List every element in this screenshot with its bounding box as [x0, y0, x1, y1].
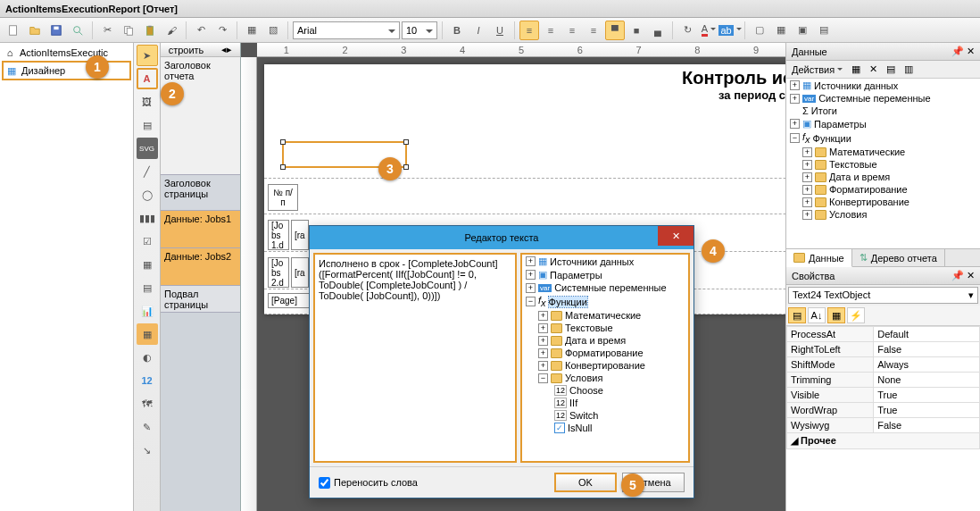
action-icon[interactable]: ▦ — [851, 63, 860, 75]
expand-icon[interactable]: + — [790, 80, 800, 90]
explorer-root[interactable]: ⌂ ActionItemsExecutic — [2, 45, 131, 61]
events-icon[interactable]: ⚡ — [847, 307, 865, 323]
number-tool-icon[interactable]: 12 — [137, 370, 158, 391]
report-title-text[interactable]: Контроль исполнения — [268, 68, 785, 88]
cut-icon[interactable]: ✂ — [97, 21, 117, 40]
checkbox-tool-icon[interactable]: ☑ — [137, 230, 158, 252]
collapse-icon[interactable]: − — [790, 133, 800, 143]
data-panel-header[interactable]: Данные 📌 ✕ — [786, 43, 980, 61]
chevron-down-icon[interactable]: ▾ — [968, 289, 974, 301]
property-category[interactable]: ◢ Прочее — [787, 433, 980, 449]
data2-cell-a[interactable]: [Jo bs 2.d — [268, 257, 289, 288]
table-tool-icon[interactable]: ▦ — [137, 254, 158, 275]
gauge-tool-icon[interactable]: ◐ — [137, 347, 158, 368]
italic-icon[interactable]: I — [469, 21, 488, 40]
valign-top-icon[interactable]: ▀ — [605, 21, 625, 40]
report-subtitle-text[interactable]: за период с [BeginDate] по [ — [268, 88, 785, 102]
ruler-grip-icon[interactable]: ◂▸ — [221, 44, 232, 55]
col-header-num[interactable]: № п/п — [268, 184, 298, 211]
font-color-icon[interactable]: A — [699, 21, 718, 40]
align-justify-icon[interactable]: ≡ — [584, 21, 603, 40]
redo-icon[interactable]: ↷ — [212, 21, 232, 40]
data1-cell-b[interactable]: [ra — [291, 220, 309, 250]
action-icon[interactable]: ▥ — [904, 63, 913, 75]
wrap-words-checkbox[interactable]: Переносить слова — [319, 477, 418, 489]
property-row[interactable]: ProcessAtDefault — [787, 327, 980, 342]
bold-icon[interactable]: B — [447, 21, 467, 40]
text-tool-icon[interactable]: A — [137, 68, 158, 89]
dialog-close-button[interactable]: ✕ — [658, 226, 693, 246]
valign-bottom-icon[interactable]: ▄ — [648, 21, 668, 40]
band-data1[interactable]: Данные: Jobs1 — [161, 211, 240, 248]
pointer-tool-icon[interactable]: ➤ — [137, 45, 158, 66]
tab-report-tree[interactable]: ⇅Дерево отчета — [852, 249, 945, 266]
band-page-header[interactable]: Заголовок страницы — [161, 175, 240, 211]
valign-mid-icon[interactable]: ■ — [627, 21, 646, 40]
group-icon[interactable]: ▦ — [242, 21, 262, 40]
property-row[interactable]: TrimmingNone — [787, 373, 980, 388]
font-size-combo[interactable]: 10 — [402, 21, 437, 39]
actions-dropdown[interactable]: Действия — [792, 64, 843, 75]
align-left-icon[interactable]: ≡ — [519, 21, 539, 40]
data1-cell-a[interactable]: [Jo bs 1.d — [268, 220, 289, 250]
section-page-header[interactable]: № п/п Поруче — [264, 179, 785, 214]
property-row[interactable]: RightToLeftFalse — [787, 342, 980, 357]
data-tree[interactable]: +▦Источники данных +varСистемные перемен… — [786, 79, 980, 248]
categorized-icon[interactable]: ▤ — [788, 307, 806, 323]
save-icon[interactable] — [46, 21, 66, 40]
svg-tool-icon[interactable]: SVG — [137, 138, 158, 159]
expand-icon[interactable]: + — [790, 94, 800, 104]
section-report-header[interactable]: Контроль исполнения за период с [BeginDa… — [264, 64, 785, 179]
highlight-icon[interactable]: ab — [720, 21, 740, 40]
property-row[interactable]: VisibleTrue — [787, 388, 980, 403]
property-row[interactable]: WordWrapTrue — [787, 403, 980, 418]
shape-tool-icon[interactable]: ◯ — [137, 184, 158, 205]
chart-tool-icon[interactable]: 📊 — [137, 300, 158, 322]
font-family-combo[interactable]: Arial — [293, 21, 400, 39]
ungroup-icon[interactable]: ▧ — [263, 21, 283, 40]
props-panel-header[interactable]: Свойства 📌 ✕ — [786, 267, 980, 285]
copy-icon[interactable] — [119, 21, 138, 40]
tab-data[interactable]: Данные — [786, 249, 852, 267]
text-rotate-icon[interactable]: ↻ — [677, 21, 697, 40]
dialog-titlebar[interactable]: Редактор текста ✕ — [310, 226, 693, 249]
line-tool-icon[interactable]: ╱ — [137, 161, 158, 182]
property-grid[interactable]: ProcessAtDefault RightToLeftFalse ShiftM… — [786, 326, 980, 511]
props-icon[interactable]: ▦ — [827, 307, 845, 323]
new-icon[interactable] — [4, 21, 23, 40]
action-icon[interactable]: ✕ — [869, 63, 877, 75]
ok-button[interactable]: OK — [554, 473, 617, 492]
rtf-tool-icon[interactable]: ▤ — [137, 114, 158, 136]
bands-toolbar[interactable]: строить ◂▸ — [161, 43, 240, 57]
subreport-tool-icon[interactable]: ↘ — [137, 440, 158, 461]
data-actions-bar[interactable]: Действия ▦ ✕ ▤ ▥ — [786, 61, 980, 79]
band-data2[interactable]: Данные: Jobs2 — [161, 248, 240, 286]
pin-icon[interactable]: 📌 ✕ — [951, 270, 975, 281]
band-report-header[interactable]: Заголовок отчета — [161, 57, 240, 175]
designer-item[interactable]: ▦ Дизайнер — [2, 61, 131, 80]
object-selector[interactable]: Text24 TextObject▾ — [788, 287, 978, 304]
cellular-tool-icon[interactable]: ▦ — [137, 323, 158, 345]
underline-icon[interactable]: U — [490, 21, 510, 40]
expression-tree[interactable]: +▦Источники данных +▣Параметры +varСисте… — [520, 253, 690, 463]
page-number-cell[interactable]: [Page] — [268, 293, 312, 308]
wrap-words-input[interactable] — [319, 477, 330, 489]
property-row[interactable]: WysiwygFalse — [787, 418, 980, 433]
border-inner-icon[interactable]: ▤ — [814, 21, 834, 40]
matrix-tool-icon[interactable]: ▤ — [137, 277, 158, 298]
signature-tool-icon[interactable]: ✎ — [137, 416, 158, 438]
preview-icon[interactable] — [68, 21, 87, 40]
data2-cell-b[interactable]: [ra — [291, 257, 309, 288]
paste-icon[interactable] — [140, 21, 160, 40]
pin-icon[interactable]: 📌 ✕ — [951, 46, 975, 57]
barcode-tool-icon[interactable]: ▮▮▮ — [137, 207, 158, 229]
band-page-footer[interactable]: Подвал страницы — [161, 286, 240, 313]
open-icon[interactable] — [25, 21, 45, 40]
alphabetical-icon[interactable]: A↓ — [808, 307, 826, 323]
align-right-icon[interactable]: ≡ — [562, 21, 582, 40]
undo-icon[interactable]: ↶ — [191, 21, 211, 40]
functions-node[interactable]: Функции — [549, 297, 587, 307]
expression-editor[interactable]: Исполнено в срок - [CompleteJobCount] ([… — [313, 253, 517, 463]
map-tool-icon[interactable]: 🗺 — [137, 393, 158, 415]
border-all-icon[interactable]: ▦ — [771, 21, 791, 40]
